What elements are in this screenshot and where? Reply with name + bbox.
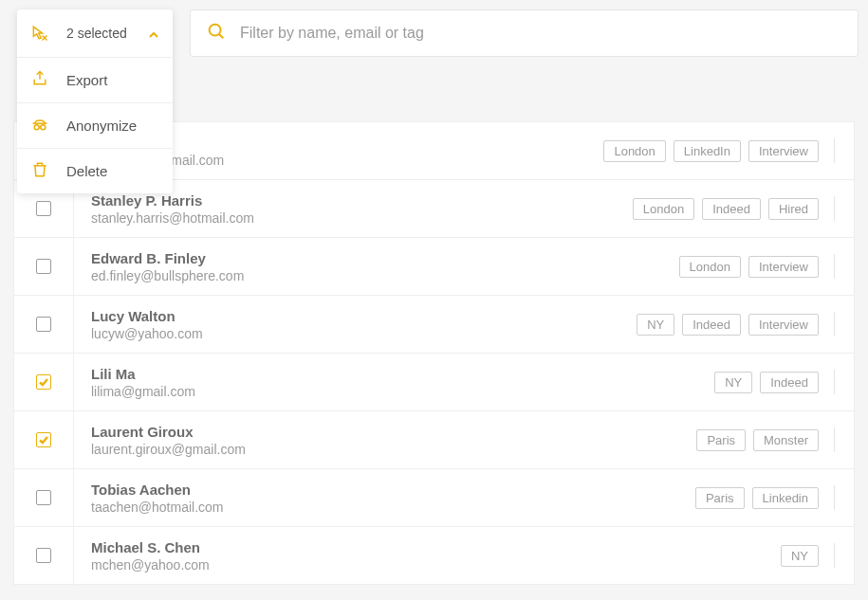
- candidate-email: ed.finley@bullsphere.com: [91, 268, 679, 283]
- candidate-email: mchen@yahoo.com: [91, 557, 781, 573]
- tags: LondonIndeedHired: [633, 198, 819, 220]
- row-checkbox[interactable]: [36, 548, 51, 563]
- row-checkbox[interactable]: [36, 374, 51, 390]
- candidate-info: Lucy Waltonlucyw@yahoo.com: [73, 296, 637, 353]
- candidate-info: Tobias Aachentaachen@hotmail.com: [73, 469, 695, 526]
- tag[interactable]: NY: [781, 545, 819, 567]
- table-row[interactable]: Michael S. Chenmchen@yahoo.comNY: [14, 527, 854, 585]
- row-divider: [834, 138, 835, 163]
- tag[interactable]: Interview: [748, 256, 819, 278]
- svg-point-0: [210, 25, 221, 36]
- tag[interactable]: Interview: [748, 140, 819, 162]
- tag[interactable]: LinkedIn: [674, 140, 741, 162]
- tag[interactable]: Paris: [695, 487, 745, 509]
- candidate-name: Laurent Giroux: [91, 424, 696, 440]
- tags: NYIndeedInterview: [637, 314, 819, 336]
- candidate-email: lilima@gmail.com: [91, 384, 714, 399]
- row-divider: [834, 427, 835, 452]
- candidate-email: lucyw@yahoo.com: [91, 326, 637, 341]
- candidate-name: Lucy Walton: [91, 308, 637, 324]
- selection-panel: 2 selected Export Anonymi: [17, 9, 173, 193]
- tag[interactable]: Monster: [753, 429, 819, 451]
- row-divider: [834, 543, 835, 568]
- search-icon: [206, 21, 240, 45]
- table-row[interactable]: Lili Malilima@gmail.comNYIndeed: [14, 354, 854, 411]
- export-icon: [30, 69, 66, 92]
- table-row[interactable]: Laurent Girouxlaurent.giroux@gmail.comPa…: [14, 411, 854, 469]
- tags: LondonInterview: [679, 256, 819, 278]
- checkbox-cell: [14, 548, 73, 563]
- svg-point-4: [41, 124, 46, 129]
- menu-item-label: Anonymize: [66, 118, 137, 134]
- tags: NYIndeed: [714, 372, 819, 393]
- candidate-name: Stanley P. Harris: [91, 192, 633, 209]
- candidate-name: Edward B. Finley: [91, 250, 679, 266]
- cursor-icon: [30, 24, 49, 43]
- menu-item-anonymize[interactable]: Anonymize: [17, 102, 173, 148]
- row-divider: [834, 485, 835, 510]
- selection-toggle[interactable]: 2 selected: [17, 9, 173, 57]
- tag[interactable]: NY: [637, 314, 674, 336]
- tag[interactable]: Paris: [696, 429, 746, 451]
- checkbox-cell: [14, 374, 73, 390]
- menu-item-label: Delete: [66, 163, 107, 179]
- tags: NY: [781, 545, 819, 567]
- candidate-name: Lili Ma: [91, 366, 714, 382]
- candidate-info: Laurent Girouxlaurent.giroux@gmail.com: [73, 411, 696, 468]
- row-divider: [834, 254, 835, 279]
- checkbox-cell: [14, 259, 73, 274]
- svg-line-1: [219, 34, 223, 38]
- table-row[interactable]: Lucy Waltonlucyw@yahoo.comNYIndeedInterv…: [14, 296, 854, 354]
- candidate-name: Tobias Aachen: [91, 482, 695, 498]
- tag[interactable]: London: [679, 256, 741, 278]
- row-divider: [834, 312, 835, 336]
- candidate-email: laurent.giroux@gmail.com: [91, 442, 696, 457]
- tags: LondonLinkedInInterview: [603, 140, 819, 162]
- checkbox-cell: [14, 317, 73, 332]
- row-checkbox[interactable]: [36, 201, 51, 216]
- tag[interactable]: London: [633, 198, 694, 220]
- checkbox-cell: [14, 490, 73, 505]
- table-row[interactable]: Tobias Aachentaachen@hotmail.comParisLin…: [14, 469, 854, 527]
- tag[interactable]: Hired: [768, 198, 819, 220]
- candidate-info: Lili Malilima@gmail.com: [73, 354, 714, 410]
- trash-icon: [30, 160, 66, 183]
- menu-item-label: Export: [66, 72, 107, 88]
- row-checkbox[interactable]: [36, 432, 51, 447]
- candidate-name: Michael S. Chen: [91, 539, 781, 555]
- table-row[interactable]: Edward B. Finleyed.finley@bullsphere.com…: [14, 238, 854, 296]
- candidate-email: stanley.harris@hotmail.com: [91, 210, 633, 226]
- tag[interactable]: Indeed: [682, 314, 741, 336]
- tags: ParisMonster: [696, 429, 819, 451]
- tag[interactable]: Indeed: [702, 198, 761, 220]
- checkbox-cell: [14, 432, 73, 447]
- tag[interactable]: London: [603, 140, 665, 162]
- row-divider: [834, 196, 835, 221]
- search-input[interactable]: [240, 25, 842, 42]
- row-checkbox[interactable]: [36, 317, 51, 332]
- tag[interactable]: Indeed: [760, 372, 819, 393]
- svg-point-3: [34, 124, 39, 129]
- menu-item-export[interactable]: Export: [17, 57, 173, 102]
- menu-item-delete[interactable]: Delete: [17, 148, 173, 193]
- anonymize-icon: [30, 115, 66, 137]
- selection-count: 2 selected: [66, 26, 148, 41]
- chevron-up-icon: [148, 27, 159, 39]
- tags: ParisLinkedin: [695, 487, 819, 509]
- search-bar: [190, 9, 859, 57]
- tag[interactable]: Linkedin: [752, 487, 819, 509]
- candidate-info: Michael S. Chenmchen@yahoo.com: [73, 527, 781, 584]
- checkbox-cell: [14, 201, 73, 216]
- tag[interactable]: NY: [714, 372, 752, 393]
- candidate-email: taachen@hotmail.com: [91, 500, 695, 515]
- row-checkbox[interactable]: [36, 490, 51, 505]
- row-divider: [834, 370, 835, 394]
- tag[interactable]: Interview: [748, 314, 819, 336]
- row-checkbox[interactable]: [36, 259, 51, 274]
- candidate-info: Edward B. Finleyed.finley@bullsphere.com: [73, 238, 679, 295]
